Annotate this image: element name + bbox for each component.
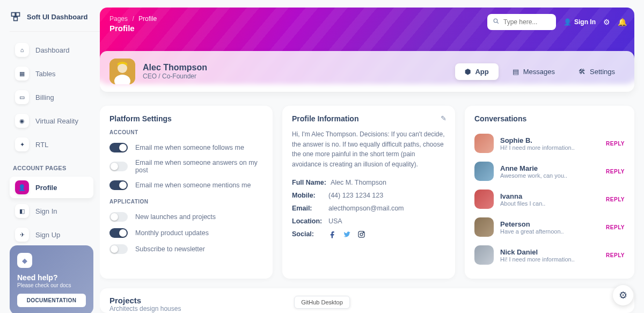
toggle-answers[interactable] [109, 162, 128, 171]
value-location: USA [328, 217, 342, 225]
toggle-follows[interactable] [109, 143, 128, 152]
reply-button[interactable]: REPLY [606, 141, 625, 147]
dashboard-icon: ⌂ [15, 43, 29, 57]
documentation-button[interactable]: DOCUMENTATION [17, 294, 86, 307]
toggle-updates[interactable] [109, 228, 128, 238]
svg-point-8 [360, 233, 363, 236]
sidebar-item-signin[interactable]: ◧Sign In [10, 200, 93, 222]
bell-icon[interactable]: 🔔 [618, 18, 627, 26]
label-email: Email: [292, 205, 324, 212]
tab-messages[interactable]: ▤Messages [503, 63, 565, 80]
sidebar-item-billing[interactable]: ▭Billing [10, 86, 93, 108]
help-subtitle: Please check our docs [17, 282, 86, 288]
search-input[interactable] [503, 18, 548, 26]
avatar [109, 59, 135, 84]
search-input-wrap[interactable] [487, 14, 556, 30]
avatar [474, 245, 494, 265]
profile-info-card: Profile Information ✎ Hi, I'm Alec Thomp… [282, 106, 455, 279]
avatar [474, 217, 494, 237]
cube-icon: ⬢ [465, 68, 471, 76]
contact-name: Peterson [500, 220, 564, 228]
projects-title: Projects [109, 296, 625, 305]
brand-icon [10, 11, 21, 23]
contact-msg: About files I can.. [500, 200, 545, 207]
label-social: Social: [292, 230, 324, 240]
setting-label: Subscribe to newsletter [135, 245, 205, 253]
contact-name: Nick Daniel [500, 248, 575, 256]
twitter-icon[interactable] [343, 230, 351, 240]
setting-label: Email me when someone mentions me [135, 181, 251, 189]
reply-button[interactable]: REPLY [606, 169, 625, 174]
messages-icon: ▤ [513, 68, 519, 76]
sidebar-item-profile[interactable]: 👤Profile [10, 177, 93, 198]
signup-icon: ✈ [15, 228, 29, 242]
svg-rect-1 [16, 13, 20, 17]
nav: ⌂Dashboard ▦Tables ▭Billing ◉Virtual Rea… [10, 39, 93, 245]
tables-icon: ▦ [15, 67, 29, 81]
sidebar-item-label: Profile [35, 184, 57, 192]
sidebar-item-label: Sign In [35, 207, 57, 215]
reply-button[interactable]: REPLY [606, 252, 625, 258]
edit-icon[interactable]: ✎ [441, 114, 447, 122]
reply-button[interactable]: REPLY [606, 224, 625, 230]
instagram-icon[interactable] [357, 230, 365, 240]
tab-app[interactable]: ⬢App [455, 63, 498, 80]
value-email: alecthompson@mail.com [328, 205, 404, 212]
sidebar-section-label: ACCOUNT PAGES [13, 165, 93, 171]
breadcrumb-current: Profile [138, 15, 157, 23]
vr-icon: ◉ [15, 114, 29, 128]
sidebar-item-label: Virtual Reality [35, 117, 78, 125]
diamond-icon: ◆ [17, 253, 32, 268]
brand-name: Soft UI Dashboard [27, 13, 87, 21]
facebook-icon[interactable] [328, 230, 336, 240]
card-title: Profile Information [292, 114, 445, 123]
breadcrumb-sep: / [132, 15, 134, 23]
brand[interactable]: Soft UI Dashboard [10, 11, 100, 32]
svg-rect-0 [12, 13, 16, 17]
sidebar: Soft UI Dashboard ⌂Dashboard ▦Tables ▭Bi… [0, 0, 100, 313]
card-title: Platform Settings [109, 114, 263, 123]
sidebar-item-label: Sign Up [35, 231, 60, 239]
user-icon: 👤 [564, 18, 572, 26]
sidebar-item-label: Billing [35, 93, 54, 101]
profile-heading: Alec Thompson CEO / Co-Founder [143, 63, 207, 80]
billing-icon: ▭ [15, 90, 29, 104]
setting-label: Email me when someone answers on my post [135, 159, 263, 174]
toggle-mentions[interactable] [109, 180, 128, 190]
profile-icon: 👤 [15, 180, 29, 194]
settings-fab[interactable]: ⚙ [613, 285, 633, 305]
value-mobile: (44) 123 1234 123 [328, 192, 383, 199]
toggle-launches[interactable] [109, 212, 128, 222]
wrench-icon: 🛠 [579, 68, 586, 76]
value-full-name: Alec M. Thompson [331, 179, 386, 186]
section-application: APPLICATION [109, 199, 263, 205]
contact-name: Ivanna [500, 192, 545, 200]
signin-icon: ◧ [15, 204, 29, 218]
contact-name: Anne Marie [500, 164, 567, 172]
conversation-row: PetersonHave a great afternoon..REPLY [474, 213, 625, 241]
tab-settings[interactable]: 🛠Settings [569, 63, 625, 80]
label-location: Location: [292, 217, 324, 225]
signin-link[interactable]: 👤Sign In [564, 18, 596, 26]
sidebar-item-rtl[interactable]: ✦RTL [10, 134, 93, 155]
sidebar-item-dashboard[interactable]: ⌂Dashboard [10, 39, 93, 61]
label-full-name: Full Name: [292, 179, 326, 186]
github-desktop-pill[interactable]: GitHub Desktop [294, 296, 350, 309]
toggle-newsletter[interactable] [109, 244, 128, 254]
gear-icon[interactable]: ⚙ [603, 18, 610, 26]
setting-label: New launches and projects [135, 213, 216, 221]
reply-button[interactable]: REPLY [606, 196, 625, 202]
profile-tabs: ⬢App ▤Messages 🛠Settings [455, 63, 625, 80]
sidebar-item-tables[interactable]: ▦Tables [10, 63, 93, 84]
search-icon [493, 18, 500, 26]
sidebar-item-label: RTL [35, 141, 48, 149]
breadcrumb-root[interactable]: Pages [109, 15, 128, 23]
profile-bar: Alec Thompson CEO / Co-Founder ⬢App ▤Mes… [100, 51, 634, 92]
setting-label: Email me when someone follows me [135, 144, 244, 151]
sidebar-item-signup[interactable]: ✈Sign Up [10, 224, 93, 245]
contact-msg: Hi! I need more information.. [500, 256, 575, 263]
sidebar-item-vr[interactable]: ◉Virtual Reality [10, 110, 93, 132]
platform-settings-card: Platform Settings ACCOUNT Email me when … [100, 106, 273, 279]
topbar-right: 👤Sign In ⚙ 🔔 [487, 14, 627, 30]
conversation-row: IvannaAbout files I can..REPLY [474, 185, 625, 213]
